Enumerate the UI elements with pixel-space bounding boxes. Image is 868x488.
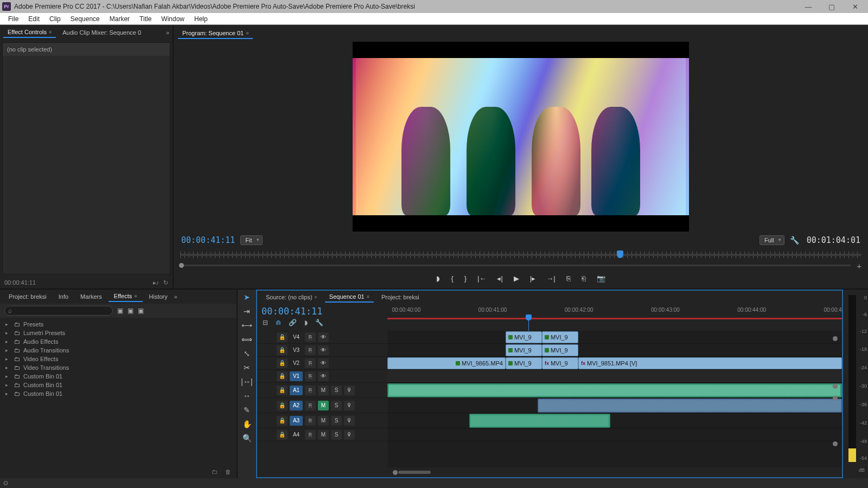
panel-menu-icon[interactable]: ≡ xyxy=(246,30,248,36)
snap-icon[interactable]: ⋒ xyxy=(276,319,281,326)
timeline-settings-icon[interactable]: 🔧 xyxy=(315,319,323,326)
menu-sequence[interactable]: Sequence xyxy=(66,15,105,23)
tabs-overflow-icon[interactable]: » xyxy=(174,293,177,300)
menu-help[interactable]: Help xyxy=(189,15,213,23)
timeline-tracks-area[interactable]: MVI_9 MVI_9 MVI_9 MVI_9 MVI_9865.MP4 MVI… xyxy=(387,331,842,467)
tree-item-presets[interactable]: ▸🗀Presets xyxy=(3,320,233,329)
clip-video[interactable]: MVI_9 xyxy=(542,331,578,343)
new-bin-icon[interactable]: 🗀 xyxy=(212,468,218,475)
tree-item-custom-bin[interactable]: ▸🗀Custom Bin 01 xyxy=(3,381,233,389)
sync-lock-icon[interactable]: ⎘ xyxy=(305,345,316,355)
clip-audio[interactable] xyxy=(469,414,610,428)
tree-item-audio-effects[interactable]: ▸🗀Audio Effects xyxy=(3,337,233,346)
hand-tool-icon[interactable]: ✋ xyxy=(242,420,252,428)
track-header-v1[interactable]: 🔒V1⎘👁 xyxy=(257,370,387,383)
tab-project[interactable]: Project: breksi xyxy=(3,292,52,301)
voice-over-icon[interactable]: 🎙 xyxy=(344,401,355,410)
track-target-a3[interactable]: A3 xyxy=(290,416,303,426)
maximize-button[interactable]: ▢ xyxy=(821,3,843,11)
resolution-dropdown[interactable]: Full xyxy=(760,235,784,245)
zoom-tool-icon[interactable]: 🔍 xyxy=(242,434,252,442)
clip-audio[interactable] xyxy=(538,399,842,413)
export-frame-icon[interactable]: 📷 xyxy=(597,274,605,282)
lock-icon[interactable]: 🔒 xyxy=(277,371,288,381)
program-monitor-viewport[interactable] xyxy=(178,40,864,233)
tab-source[interactable]: Source: (no clips) xyxy=(261,292,322,302)
scroll-handle[interactable] xyxy=(833,336,838,341)
zoom-handle-left[interactable] xyxy=(393,470,398,475)
mute-button[interactable]: M xyxy=(318,430,329,440)
sync-lock-icon[interactable]: ⎘ xyxy=(305,386,316,395)
zoom-scrollbar[interactable] xyxy=(398,471,431,474)
mute-button[interactable]: M xyxy=(318,401,329,410)
voice-over-icon[interactable]: 🎙 xyxy=(344,386,355,395)
mark-out-bracket-icon[interactable]: } xyxy=(464,274,467,282)
tab-effects[interactable]: Effects ≡ xyxy=(108,291,143,302)
track-header-v3[interactable]: 🔒V3⎘👁 xyxy=(257,344,387,357)
scroll-handle[interactable] xyxy=(833,441,838,446)
scroll-handle[interactable] xyxy=(833,384,838,389)
clip-video[interactable]: MVI_9 xyxy=(506,331,542,343)
track-target-a1[interactable]: A1 xyxy=(290,386,303,395)
rate-stretch-tool-icon[interactable]: ⤡ xyxy=(244,349,250,358)
lock-icon[interactable]: 🔒 xyxy=(277,401,288,410)
tree-item-video-effects[interactable]: ▸🗀Video Effects xyxy=(3,355,233,363)
tab-program[interactable]: Program: Sequence 01 ≡ xyxy=(178,28,253,39)
menu-marker[interactable]: Marker xyxy=(105,15,135,23)
mark-in-icon[interactable]: ◗ xyxy=(436,274,440,282)
track-header-v2[interactable]: 🔒V2⎘👁 xyxy=(257,357,387,370)
clip-video[interactable]: MVI_9 xyxy=(506,357,542,369)
tab-history[interactable]: History xyxy=(144,292,173,301)
panel-menu-icon[interactable]: ≡ xyxy=(134,293,137,299)
fx-badge-yuv-icon[interactable]: ▣ xyxy=(138,307,144,314)
clip-video[interactable]: fxMVI_9 xyxy=(542,357,578,369)
lock-icon[interactable]: 🔒 xyxy=(277,345,288,355)
selection-tool-icon[interactable]: ➤ xyxy=(244,293,250,301)
clip-video[interactable]: MVI_9865.MP4 xyxy=(387,357,506,369)
track-select-tool-icon[interactable]: ⇥ xyxy=(244,307,250,316)
lock-icon[interactable]: 🔒 xyxy=(277,332,288,342)
linked-selection-icon[interactable]: 🔗 xyxy=(289,319,297,326)
clip-video[interactable]: MVI_9 xyxy=(506,344,542,356)
track-header-a1[interactable]: 🔒A1⎘MS🎙 xyxy=(257,383,387,398)
scroll-handle[interactable] xyxy=(833,396,838,401)
voice-over-icon[interactable]: 🎙 xyxy=(344,430,355,440)
track-header-a3[interactable]: 🔒A3⎘MS🎙 xyxy=(257,413,387,428)
scrub-playhead[interactable] xyxy=(617,251,623,258)
program-timecode[interactable]: 00:00:41:11 xyxy=(181,235,235,245)
voice-over-icon[interactable]: 🎙 xyxy=(344,416,355,426)
insert-mode-icon[interactable]: ⊟ xyxy=(263,319,268,326)
step-forward-icon[interactable]: |▸ xyxy=(530,274,535,282)
solo-button[interactable]: S xyxy=(331,386,342,395)
panel-menu-icon[interactable]: ≡ xyxy=(49,29,52,35)
slide-tool-icon[interactable]: ↔ xyxy=(243,391,251,400)
menu-window[interactable]: Window xyxy=(156,15,189,23)
settings-wrench-icon[interactable]: 🔧 xyxy=(790,236,799,245)
extract-icon[interactable]: ⎗ xyxy=(582,274,586,282)
lock-icon[interactable]: 🔒 xyxy=(277,416,288,426)
fx-badge-accel-icon[interactable]: ▣ xyxy=(117,307,123,314)
minimize-button[interactable]: — xyxy=(797,3,819,11)
clip-video[interactable]: fxMVI_9851.MP4 [V] xyxy=(578,357,842,369)
rolling-edit-tool-icon[interactable]: ⟺ xyxy=(241,335,252,344)
lock-icon[interactable]: 🔒 xyxy=(277,386,288,395)
timeline-ruler[interactable]: 00:00:40:00 00:00:41:00 00:00:42:00 00:0… xyxy=(387,304,842,330)
lock-icon[interactable]: 🔒 xyxy=(277,358,288,368)
track-header-a2[interactable]: 🔒A2⎘MS🎙 xyxy=(257,398,387,413)
ripple-edit-tool-icon[interactable]: ⟷ xyxy=(241,321,252,330)
pen-tool-icon[interactable]: ✎ xyxy=(244,406,250,414)
close-button[interactable]: ✕ xyxy=(844,3,866,11)
tree-item-custom-bin[interactable]: ▸🗀Custom Bin 01 xyxy=(3,389,233,398)
tab-markers[interactable]: Markers xyxy=(75,292,107,301)
mark-in-bracket-icon[interactable]: { xyxy=(451,274,453,282)
tab-effect-controls[interactable]: Effect Controls≡ xyxy=(3,27,56,38)
go-to-in-icon[interactable]: |← xyxy=(477,274,486,282)
track-target-v1[interactable]: V1 xyxy=(290,371,303,381)
tab-sequence[interactable]: Sequence 01 ≡ xyxy=(325,292,374,303)
track-header-a4[interactable]: 🔒A4⎘MS🎙 xyxy=(257,428,387,441)
audio-meter[interactable] xyxy=(848,295,856,462)
tree-item-video-transitions[interactable]: ▸🗀Video Transitions xyxy=(3,363,233,372)
sync-lock-icon[interactable]: ⎘ xyxy=(305,371,316,381)
fx-badge-32bit-icon[interactable]: ▣ xyxy=(127,307,133,314)
lift-icon[interactable]: ⎘ xyxy=(566,274,571,282)
